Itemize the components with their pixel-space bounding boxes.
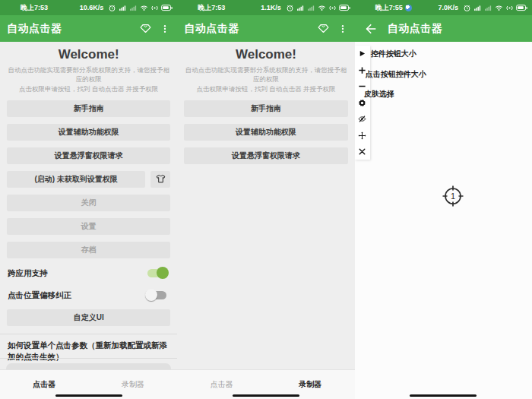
- notification-app-icon: [405, 5, 412, 11]
- screen-clicker-main: 晚上7:53 10.6K/s 自动点击器 Welcome! 自动点击功能实现需要…: [0, 0, 177, 399]
- guide-button[interactable]: 新手指南: [7, 100, 170, 117]
- move-icon[interactable]: [358, 131, 366, 140]
- welcome-desc-line2: 点击权限申请按钮，找到 自动点击器 并授予权限: [6, 84, 171, 93]
- floating-control-strip: [355, 46, 370, 160]
- home-indicator[interactable]: [410, 394, 477, 397]
- overflow-menu-icon[interactable]: [337, 23, 348, 35]
- app-bar-2: 自动点击器: [177, 15, 354, 42]
- close-icon[interactable]: [358, 147, 366, 156]
- click-offset-toggle-row[interactable]: 点击位置偏移纠正: [8, 289, 169, 302]
- click-offset-toggle[interactable]: [147, 291, 166, 299]
- skin-button[interactable]: [150, 171, 170, 188]
- tshirt-icon: [155, 173, 166, 185]
- wifi-icon: [140, 4, 148, 12]
- cross-app-toggle[interactable]: [147, 269, 166, 277]
- app-bar-3: 自动点击器: [355, 15, 532, 42]
- welcome-description: 自动点击功能实现需要部分系统权限的支持，请您授予相应的权限 点击权限申请按钮，找…: [183, 65, 348, 93]
- home-indicator[interactable]: [55, 394, 122, 397]
- cross-app-toggle-row[interactable]: 跨应用支持: [8, 267, 169, 280]
- screen-recorder-main: 晚上7:53 1.1K/s 自动点击器 Welcome! 自动点击功能实现需要部…: [177, 0, 354, 399]
- accessibility-permission-button[interactable]: 设置辅助功能权限: [184, 124, 347, 141]
- divider: [0, 358, 177, 359]
- hotspot-icon: [505, 4, 514, 12]
- gem-icon[interactable]: [139, 22, 152, 35]
- status-bar-1: 晚上7:53 10.6K/s: [0, 0, 177, 15]
- net-speed: 7.0K/s: [438, 4, 458, 11]
- cell-signal-2-icon: [129, 4, 138, 12]
- net-speed: 10.6K/s: [80, 4, 104, 11]
- faq-title: 如何设置单个点击参数（重新加载配置或新添加的点击生效）: [8, 340, 169, 363]
- welcome-desc-line1: 自动点击功能实现需要部分系统权限的支持，请您授予相应的权限: [6, 65, 171, 84]
- screenshot-strip: 晚上7:53 10.6K/s 自动点击器 Welcome! 自动点击功能实现需要…: [0, 0, 532, 399]
- welcome-desc-line2: 点击权限申请按钮，找到 自动点击器 并授予权限: [183, 84, 348, 93]
- screen-floating-controls: 晚上7:55 7.0K/s 自动点击器 控件: [355, 0, 532, 399]
- status-time: 晚上7:53: [198, 3, 225, 13]
- overlay-canvas: 控件按钮大小 点击按钮控件大小 皮肤选择: [355, 42, 532, 399]
- start-button[interactable]: (启动) 未获取到设置权限: [7, 171, 145, 188]
- guide-button[interactable]: 新手指南: [184, 100, 347, 117]
- close-button[interactable]: 关闭: [7, 195, 170, 211]
- gem-icon[interactable]: [317, 22, 330, 35]
- page-title: 自动点击器: [184, 22, 239, 36]
- status-bar-3: 晚上7:55 7.0K/s: [355, 0, 532, 15]
- toggle-thumb: [157, 267, 169, 279]
- custom-ui-button[interactable]: 自定义UI: [7, 309, 170, 326]
- home-indicator[interactable]: [233, 394, 299, 397]
- wifi-icon: [318, 4, 326, 12]
- overflow-menu-icon[interactable]: [160, 23, 170, 35]
- battery-icon: [516, 5, 527, 11]
- label-skin-select: 皮肤选择: [364, 89, 394, 100]
- battery-icon: [161, 5, 173, 11]
- accessibility-permission-button[interactable]: 设置辅助功能权限: [7, 124, 170, 141]
- gear-icon[interactable]: [358, 99, 366, 107]
- welcome-title: Welcome!: [177, 47, 354, 62]
- overlay-permission-button[interactable]: 设置悬浮窗权限请求: [7, 147, 170, 164]
- cell-signal-icon: [296, 4, 305, 12]
- status-time: 晚上7:53: [21, 3, 48, 13]
- eye-off-icon[interactable]: [358, 115, 366, 123]
- click-offset-toggle-label: 点击位置偏移纠正: [8, 290, 147, 301]
- net-speed: 1.1K/s: [261, 4, 281, 11]
- wifi-icon: [495, 4, 503, 12]
- cell-signal-2-icon: [307, 4, 315, 12]
- cell-signal-icon: [119, 4, 127, 12]
- welcome-title: Welcome!: [0, 47, 177, 62]
- welcome-desc-line1: 自动点击功能实现需要部分系统权限的支持，请您授予相应的权限: [183, 65, 348, 84]
- status-bar-2: 晚上7:53 1.1K/s: [177, 0, 354, 15]
- back-arrow-icon[interactable]: [363, 22, 377, 36]
- bottom-sheet-handle[interactable]: [6, 363, 171, 369]
- page-title: 自动点击器: [388, 22, 443, 36]
- overlay-permission-button[interactable]: 设置悬浮窗权限请求: [184, 147, 347, 164]
- welcome-description: 自动点击功能实现需要部分系统权限的支持，请您授予相应的权限 点击权限申请按钮，找…: [6, 65, 171, 93]
- cell-signal-icon: [473, 4, 482, 12]
- label-click-button-control-size: 点击按钮控件大小: [366, 69, 426, 80]
- alarm-icon: [286, 4, 294, 12]
- recorder-content: Welcome! 自动点击功能实现需要部分系统权限的支持，请您授予相应的权限 点…: [177, 42, 354, 369]
- cross-app-toggle-label: 跨应用支持: [8, 268, 147, 279]
- settings-button[interactable]: 设置: [7, 218, 170, 235]
- start-row: (启动) 未获取到设置权限: [7, 171, 170, 188]
- label-control-button-size: 控件按钮大小: [371, 49, 416, 59]
- app-bar-1: 自动点击器: [0, 15, 177, 42]
- hotspot-icon: [150, 4, 159, 12]
- click-target-1[interactable]: [436, 179, 470, 213]
- alarm-icon: [463, 4, 471, 12]
- battery-icon: [339, 5, 350, 11]
- hotspot-icon: [328, 4, 337, 12]
- alarm-icon: [108, 4, 116, 12]
- page-title: 自动点击器: [7, 22, 62, 36]
- clicker-content: Welcome! 自动点击功能实现需要部分系统权限的支持，请您授予相应的权限 点…: [0, 42, 177, 369]
- archive-button[interactable]: 存档: [7, 242, 170, 258]
- status-time: 晚上7:55: [375, 3, 403, 13]
- toggle-thumb: [145, 289, 157, 301]
- cell-signal-2-icon: [484, 4, 492, 12]
- play-icon[interactable]: [358, 49, 366, 58]
